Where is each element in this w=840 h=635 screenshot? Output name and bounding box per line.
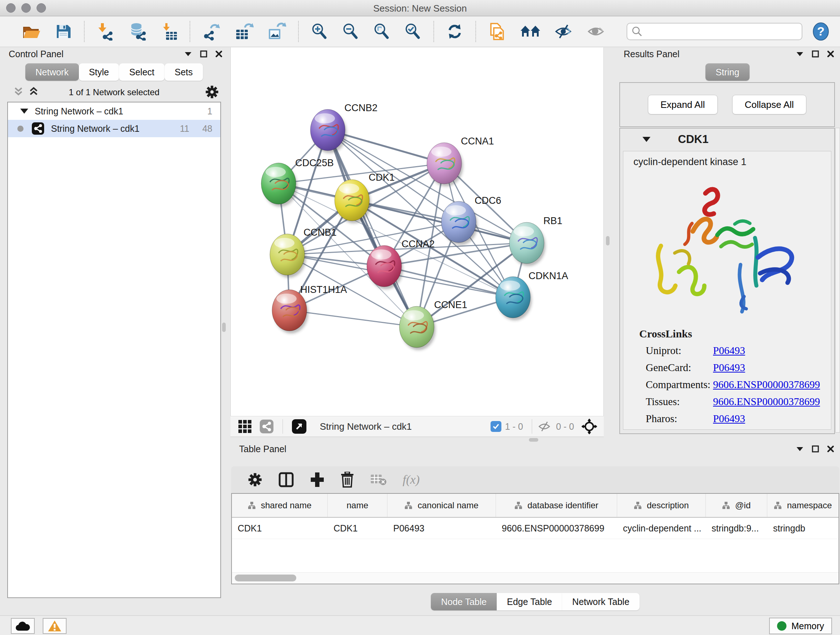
column-header-namespace[interactable]: namespace bbox=[767, 494, 838, 517]
eye-slash-icon bbox=[554, 23, 573, 40]
fit-content-button[interactable] bbox=[581, 418, 597, 434]
table-row[interactable]: CDK1 CDK1 P06493 9606.ENSP00000378699 cy… bbox=[232, 518, 838, 539]
node-details-header[interactable]: CDK1 bbox=[620, 128, 834, 150]
protein-structure-image bbox=[649, 177, 805, 318]
network-graph[interactable]: CCNB2CCNA1CDC25BCDK1CDC6RB1CCNB1CCNA2CDK… bbox=[231, 48, 603, 415]
window-title: Session: New Session bbox=[0, 3, 840, 14]
close-panel-icon[interactable] bbox=[215, 50, 223, 57]
network-options-button[interactable] bbox=[205, 85, 219, 99]
show-all-button[interactable] bbox=[587, 23, 606, 40]
cell-name[interactable]: CDK1 bbox=[328, 523, 387, 534]
results-scrollbar[interactable] bbox=[835, 128, 840, 432]
float-panel-icon[interactable] bbox=[812, 445, 819, 453]
compartments-link[interactable]: 9606.ENSP00000378699 bbox=[713, 379, 820, 391]
cell-id[interactable]: stringdb:9... bbox=[706, 523, 767, 534]
show-columns-button[interactable] bbox=[278, 472, 294, 488]
memory-button[interactable]: Memory bbox=[769, 618, 832, 634]
function-builder-button[interactable]: f(x) bbox=[403, 473, 420, 486]
pharos-link[interactable]: P06493 bbox=[713, 413, 745, 424]
column-header-name[interactable]: name bbox=[328, 494, 387, 517]
network-node-cdc25b[interactable]: CDC25B bbox=[261, 157, 334, 207]
close-panel-icon[interactable] bbox=[827, 50, 834, 57]
right-splitter-handle[interactable] bbox=[606, 236, 609, 245]
network-edge[interactable] bbox=[352, 200, 527, 243]
float-panel-icon[interactable] bbox=[812, 50, 819, 57]
birdseye-toggle-button[interactable] bbox=[292, 419, 307, 434]
column-header-id[interactable]: @id bbox=[706, 494, 767, 517]
table-hscrollbar[interactable] bbox=[232, 572, 838, 584]
open-session-button[interactable] bbox=[22, 23, 41, 40]
save-session-button[interactable] bbox=[55, 23, 72, 40]
search-input[interactable] bbox=[645, 26, 797, 37]
import-network-file-button[interactable] bbox=[96, 22, 115, 41]
zoom-fit-button[interactable] bbox=[373, 23, 390, 40]
column-header-shared-name[interactable]: shared name bbox=[232, 494, 328, 517]
export-image-button[interactable] bbox=[267, 22, 286, 41]
float-panel-icon[interactable] bbox=[200, 50, 207, 57]
tab-style[interactable]: Style bbox=[79, 63, 119, 81]
network-node-cdc6[interactable]: CDC6 bbox=[441, 195, 501, 245]
column-header-description[interactable]: description bbox=[617, 494, 706, 517]
apply-style-button[interactable] bbox=[446, 23, 463, 40]
panel-menu-icon[interactable] bbox=[184, 51, 192, 57]
network-node-ccne1[interactable]: CCNE1 bbox=[399, 299, 467, 350]
network-node-cdkn1a[interactable]: CDKN1A bbox=[496, 271, 568, 320]
export-network-button[interactable] bbox=[202, 22, 221, 41]
panel-menu-icon[interactable] bbox=[796, 447, 804, 451]
expand-all-button[interactable]: Expand All bbox=[648, 95, 718, 114]
network-node-hist1h1a[interactable]: HIST1H1A bbox=[272, 284, 347, 333]
tab-network[interactable]: Network bbox=[25, 63, 79, 81]
genecard-link[interactable]: P06493 bbox=[713, 362, 745, 374]
tab-network-table[interactable]: Network Table bbox=[562, 593, 639, 610]
network-canvas[interactable]: CCNB2CCNA1CDC25BCDK1CDC6RB1CCNB1CCNA2CDK… bbox=[231, 48, 604, 416]
cell-description[interactable]: cyclin-dependent ... bbox=[617, 523, 706, 534]
warnings-button[interactable] bbox=[43, 618, 66, 634]
collapse-all-button[interactable]: Collapse All bbox=[732, 95, 807, 114]
left-splitter-handle[interactable] bbox=[222, 323, 226, 332]
selected-nodes-checkbox[interactable] bbox=[491, 421, 501, 432]
help-button[interactable]: ? bbox=[813, 22, 829, 41]
tab-node-table[interactable]: Node Table bbox=[431, 593, 497, 610]
clone-network-button[interactable] bbox=[488, 22, 506, 41]
delete-column-button[interactable] bbox=[340, 472, 354, 488]
network-collection-row[interactable]: String Network – cdk1 1 bbox=[8, 103, 220, 120]
tab-sets[interactable]: Sets bbox=[164, 63, 203, 81]
network-row[interactable]: String Network – cdk1 1148 bbox=[8, 120, 220, 137]
tab-edge-table[interactable]: Edge Table bbox=[497, 593, 562, 610]
tissues-link[interactable]: 9606.ENSP00000378699 bbox=[713, 396, 820, 408]
collapse-entry-icon[interactable] bbox=[643, 137, 651, 142]
column-header-canonical-name[interactable]: canonical name bbox=[387, 494, 496, 517]
cell-namespace[interactable]: stringdb bbox=[767, 523, 838, 534]
cell-shared-name[interactable]: CDK1 bbox=[232, 523, 328, 534]
network-node-ccnb2[interactable]: CCNB2 bbox=[310, 103, 378, 153]
uniprot-link[interactable]: P06493 bbox=[713, 345, 745, 356]
network-edge[interactable] bbox=[289, 310, 417, 327]
zoom-selected-button[interactable] bbox=[404, 23, 422, 40]
cell-canonical-name[interactable]: P06493 bbox=[387, 523, 496, 534]
collapse-collection-icon[interactable] bbox=[20, 109, 28, 114]
network-badge-button[interactable] bbox=[259, 419, 274, 434]
panel-menu-icon[interactable] bbox=[796, 51, 804, 57]
bottom-splitter-handle[interactable] bbox=[529, 438, 538, 442]
tab-string[interactable]: String bbox=[706, 63, 749, 81]
column-header-database-identifier[interactable]: database identifier bbox=[496, 494, 617, 517]
grid-view-button[interactable] bbox=[238, 419, 252, 434]
cloud-status-button[interactable] bbox=[11, 618, 35, 634]
close-panel-icon[interactable] bbox=[827, 445, 834, 453]
hide-selected-button[interactable] bbox=[554, 23, 573, 40]
network-node-rb1[interactable]: RB1 bbox=[509, 215, 562, 266]
first-neighbors-button[interactable] bbox=[520, 23, 541, 40]
hscrollbar-thumb[interactable] bbox=[235, 575, 296, 581]
zoom-out-icon bbox=[342, 23, 359, 40]
tab-select[interactable]: Select bbox=[119, 63, 164, 81]
add-column-button[interactable] bbox=[310, 472, 325, 488]
cell-database-identifier[interactable]: 9606.ENSP00000378699 bbox=[496, 523, 617, 534]
network-edge[interactable] bbox=[328, 130, 417, 327]
zoom-out-button[interactable] bbox=[342, 23, 359, 40]
delete-table-button[interactable] bbox=[370, 473, 387, 486]
export-table-button[interactable] bbox=[235, 22, 254, 41]
table-options-button[interactable] bbox=[248, 472, 262, 487]
import-table-button[interactable] bbox=[161, 22, 178, 41]
zoom-in-button[interactable] bbox=[311, 23, 328, 40]
import-network-database-button[interactable] bbox=[128, 22, 147, 41]
